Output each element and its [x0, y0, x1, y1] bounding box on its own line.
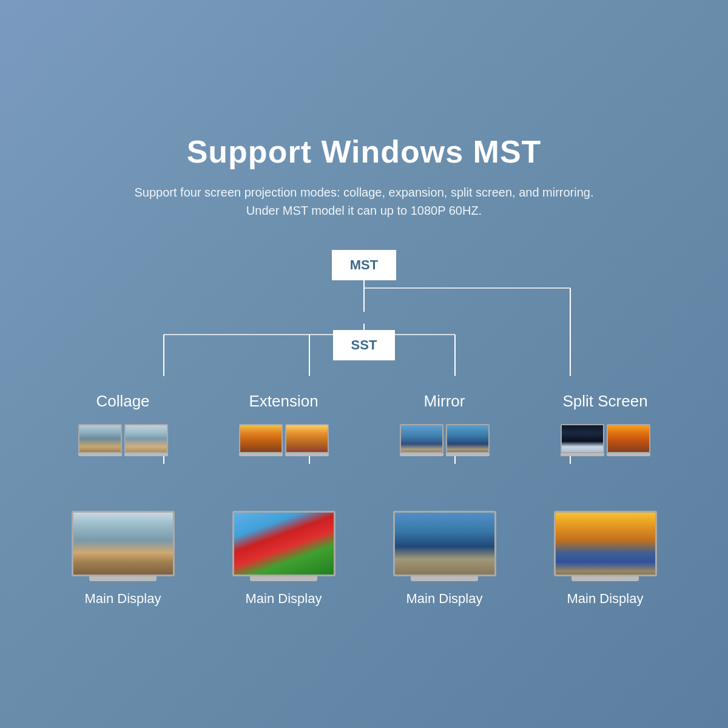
extension-mini-monitors	[214, 424, 354, 456]
collage-label: Collage	[96, 392, 149, 411]
mode-col-extension: Extension	[214, 392, 354, 419]
mirror-mini-monitors	[375, 424, 514, 456]
caption-extension: Main Display	[214, 591, 354, 607]
sst-box: SST	[333, 330, 396, 360]
splitscreen-big-laptop	[536, 511, 675, 581]
subtitle: Support four screen projection modes: co…	[134, 183, 593, 220]
mst-box: MST	[332, 250, 396, 280]
extension-big-laptop	[214, 511, 354, 581]
caption-mirror: Main Display	[375, 591, 514, 607]
extension-label: Extension	[249, 392, 318, 411]
main-container: Support Windows MST Support four screen …	[42, 121, 686, 607]
mode-col-collage: Collage	[53, 392, 193, 419]
mode-col-splitscreen: Split Screen	[536, 392, 675, 419]
splitscreen-label: Split Screen	[562, 392, 647, 411]
mirror-label: Mirror	[424, 392, 465, 411]
caption-splitscreen: Main Display	[536, 591, 675, 607]
mode-col-mirror: Mirror	[375, 392, 514, 419]
splitscreen-mini-monitors	[536, 424, 675, 456]
page-title: Support Windows MST	[187, 133, 542, 170]
collage-mini-monitors	[53, 424, 193, 456]
caption-collage: Main Display	[53, 591, 193, 607]
mst-diagram: MST SST Collage Extension Mirror Split S…	[42, 250, 686, 607]
mirror-big-laptop	[375, 511, 514, 581]
collage-big-laptop	[53, 511, 193, 581]
